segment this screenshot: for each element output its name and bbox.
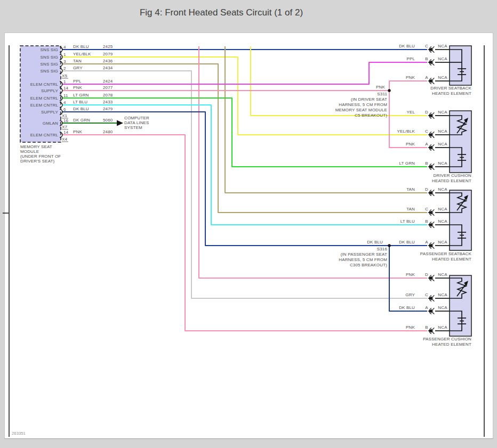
circuit-number: 5060 (103, 118, 113, 123)
pin-letter: B (425, 56, 428, 61)
wire-pnk-2077-branch-seatback (389, 81, 427, 91)
splice-wire-label: PNK (376, 85, 385, 89)
wire-dk-blu-2479 (62, 112, 427, 246)
wire-color-label: LT GRN (399, 161, 415, 166)
module-signal-label: ELEM CNTRL (30, 103, 59, 108)
module-signal-label: SUPPLY (41, 88, 58, 93)
element-box (450, 275, 471, 336)
splice-id: S311 (377, 92, 387, 96)
connector-arc-icon (432, 222, 435, 228)
pin-letter: C (425, 207, 428, 211)
wire-color-label: PNK (406, 75, 415, 80)
terminal-label: NCA (438, 44, 447, 48)
splice-dot (388, 89, 390, 92)
element-caption-line: PASSENGER CUSHION (423, 337, 471, 341)
connector-id: X5 (62, 74, 67, 78)
circuit-number: 2436 (103, 59, 113, 63)
wire-color-label: TAN (406, 187, 415, 192)
pin-letter: D (425, 272, 428, 277)
pin-number: 14 (63, 130, 69, 135)
connector-arc-icon (432, 47, 435, 53)
terminal-label: NCA (438, 325, 447, 330)
connector-arc-icon (432, 60, 435, 66)
circuit-number: 2480 (103, 129, 113, 134)
wire-color-label: PNK (406, 272, 415, 277)
connector-arc-icon (432, 190, 435, 196)
pin-letter: B (425, 325, 428, 330)
module-signal-label: ELEM CNTRL (30, 82, 59, 87)
module-signal-label: SUPPLY (41, 110, 58, 115)
pin-letter: A (425, 305, 428, 310)
wire-color-label: LT BLU (73, 100, 87, 104)
splice-note-line: (IN PASSENGER SEAT (341, 252, 387, 257)
splice-wire-label: DK BLU (367, 240, 383, 245)
wire-color-label: YEL (406, 110, 415, 115)
wire-pnk-2077-branch-cushion (389, 91, 427, 148)
wire-color-label: YEL/BLK (397, 129, 415, 134)
module-caption-line: (UNDER FRONT OF (20, 154, 61, 159)
connector-arc-icon (432, 328, 435, 334)
connector-id: X1 (62, 113, 67, 118)
driver-cushion-heated-element: DRIVER CUSHION HEATED ELEMENT (432, 111, 471, 183)
connector-arc-icon (432, 308, 435, 314)
pin-number: 11 (63, 93, 68, 98)
circuit-number: 2479 (103, 107, 113, 111)
wire-color-label: PNK (406, 325, 415, 330)
computer-note-line: DATA LINES (124, 120, 149, 125)
data-line-arrow-icon (117, 120, 123, 126)
connector-arc-icon (432, 113, 435, 119)
wire-color-label: PPL (406, 56, 415, 61)
module-box (20, 46, 61, 142)
wire-ppl-2424 (62, 62, 427, 84)
wire-color-label: DK BLU (73, 107, 89, 111)
wire-color-label: TAN (73, 59, 82, 63)
element-caption-line: DRIVER CUSHION (434, 173, 472, 178)
splice-id: S316 (377, 247, 388, 251)
pin-letter: A (425, 142, 428, 146)
pin-number: 4 (63, 45, 66, 50)
pin-letter: C (425, 129, 428, 134)
splice-note-line: (IN DRIVER SEAT (351, 97, 387, 102)
terminal-label: NCA (438, 240, 447, 245)
wire-color-label: PNK (73, 85, 82, 90)
circuit-number: 2424 (103, 79, 113, 84)
wire-tan-to-passenger-seatback-d (225, 46, 427, 193)
connector-arc-icon (432, 243, 435, 249)
splice-note-line: MEMORY SEAT MODULE (335, 108, 387, 112)
pin-number: 16 (63, 118, 69, 123)
document-number: 263351 (12, 431, 26, 436)
terminal-label: NCA (438, 272, 447, 277)
pin-number: 1 (63, 79, 66, 84)
wire-color-label: PNK (73, 129, 82, 134)
element-caption-line: HEATED ELEMENT (432, 91, 471, 96)
wire-color-label: LT BLU (400, 219, 415, 224)
memory-seat-module: SNS SIG SNS SIG SNS SIG SNS SIG ELEM CNT… (20, 44, 113, 164)
splice-dot (388, 244, 390, 247)
pin-letter: B (425, 219, 428, 224)
splice-note-line: C5 BREAKOUT) (355, 113, 387, 118)
wire-color-label: DK BLU (73, 44, 89, 49)
terminal-label: NCA (438, 207, 447, 211)
wire-color-label: DK BLU (399, 305, 415, 310)
wires (62, 46, 427, 331)
circuit-number: 2433 (103, 100, 113, 104)
element-caption-line: PASSENGER SEATBACK (420, 251, 472, 256)
connector-arc-icon (432, 132, 435, 138)
element-box (450, 46, 471, 85)
connector-arc-icon (432, 164, 435, 170)
wire-color-label: PPL (73, 79, 82, 84)
circuit-number: 2434 (103, 66, 113, 70)
module-signal-label: SNS SIG (40, 55, 58, 60)
module-signal-label: ELEM CNTRL (30, 96, 59, 101)
pin-number: 2 (63, 66, 66, 71)
terminal-label: NCA (438, 187, 447, 192)
computer-note-line: SYSTEM (124, 125, 142, 130)
module-caption-line: MODULE (20, 149, 39, 154)
terminal-label: NCA (438, 142, 447, 146)
pin-letter: A (425, 240, 428, 245)
wire-color-label: GRY (405, 292, 415, 297)
terminal-label: NCA (438, 75, 447, 80)
pin-letter: B (425, 161, 428, 166)
wiring-diagram: COMPUTER DATA LINES SYSTEM SNS SIG SNS S… (0, 0, 497, 448)
wire-color-label: DK GRN (73, 118, 90, 123)
